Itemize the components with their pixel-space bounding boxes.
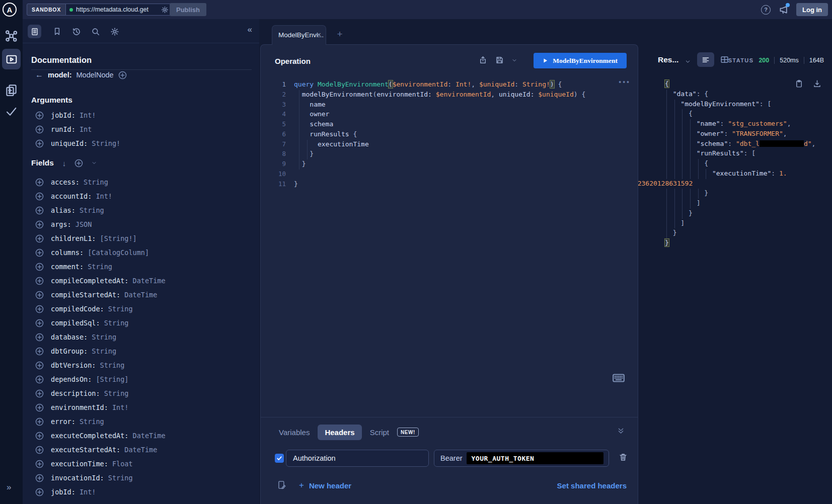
response-title[interactable]: Res... bbox=[658, 55, 678, 64]
field-row[interactable]: dependsOn: [String] bbox=[35, 374, 128, 384]
bookmarks-icon[interactable] bbox=[53, 27, 61, 36]
close-tab-icon[interactable]: × bbox=[317, 30, 321, 39]
add-to-query-icon[interactable] bbox=[35, 347, 44, 356]
add-to-query-icon[interactable] bbox=[35, 319, 44, 327]
field-row[interactable]: executeStartedAt: DateTime bbox=[35, 445, 157, 455]
login-button[interactable]: Log in bbox=[796, 3, 828, 16]
add-to-query-icon[interactable] bbox=[35, 206, 44, 215]
save-icon[interactable] bbox=[495, 56, 504, 64]
collapse-panel-icon[interactable] bbox=[617, 427, 625, 435]
new-header-button[interactable]: + New header bbox=[299, 480, 351, 490]
field-row[interactable]: compileCompletedAt: DateTime bbox=[35, 276, 166, 286]
add-to-query-icon[interactable] bbox=[35, 403, 44, 412]
crumb-type-link[interactable]: ModelNode bbox=[77, 71, 114, 79]
tab-script[interactable]: Script bbox=[370, 428, 389, 437]
argument-row[interactable]: uniqueId: String! bbox=[35, 138, 120, 148]
header-enabled-checkbox[interactable] bbox=[275, 454, 284, 463]
response-dropdown-chevron-icon[interactable] bbox=[685, 59, 691, 64]
add-to-query-icon[interactable] bbox=[35, 333, 44, 342]
checks-icon[interactable] bbox=[5, 105, 18, 118]
documentation-tab-selected[interactable] bbox=[28, 25, 41, 38]
header-value-input[interactable]: Bearer YOUR_AUTH_TOKEN bbox=[434, 450, 609, 467]
save-dropdown-chevron-icon[interactable] bbox=[512, 58, 517, 63]
add-to-query-icon[interactable] bbox=[35, 417, 44, 426]
add-to-query-icon[interactable] bbox=[35, 291, 44, 299]
delete-header-icon[interactable] bbox=[619, 453, 628, 462]
add-to-query-icon[interactable] bbox=[35, 361, 44, 370]
add-all-fields-icon[interactable] bbox=[74, 159, 83, 167]
keyboard-shortcuts-icon[interactable] bbox=[613, 374, 625, 382]
add-to-query-icon[interactable] bbox=[35, 263, 44, 271]
field-row[interactable]: executeCompletedAt: DateTime bbox=[35, 431, 166, 441]
operation-editor[interactable]: 1query ModelByEnvironment($environmentId… bbox=[261, 76, 638, 414]
add-to-query-icon[interactable] bbox=[35, 305, 44, 313]
add-to-query-icon[interactable] bbox=[35, 488, 44, 496]
field-row[interactable]: environmentId: Int! bbox=[35, 402, 128, 412]
field-row[interactable]: error: String bbox=[35, 416, 104, 427]
schema-graph-icon[interactable] bbox=[5, 30, 18, 42]
announcements-icon[interactable] bbox=[778, 5, 789, 15]
field-row[interactable]: compiledSql: String bbox=[35, 318, 128, 328]
collapse-docs-icon[interactable]: « bbox=[248, 25, 252, 35]
argument-row[interactable]: jobId: Int! bbox=[35, 110, 96, 120]
add-to-query-icon[interactable] bbox=[35, 234, 44, 243]
add-to-query-icon[interactable] bbox=[35, 460, 44, 468]
field-row[interactable]: database: String bbox=[35, 332, 116, 342]
add-to-query-icon[interactable] bbox=[35, 192, 44, 201]
publish-button[interactable]: Publish bbox=[170, 3, 206, 16]
add-to-query-icon[interactable] bbox=[35, 248, 44, 257]
endpoint-input[interactable]: https://metadata.cloud.get bbox=[66, 4, 173, 16]
tab-variables[interactable]: Variables bbox=[279, 428, 310, 437]
settings-gear-icon[interactable] bbox=[110, 27, 119, 36]
field-row[interactable]: jobId: Int! bbox=[35, 487, 96, 497]
sort-fields-icon[interactable]: ↓ bbox=[62, 159, 66, 167]
field-row[interactable]: compiledCode: String bbox=[35, 304, 133, 314]
table-view-toggle-icon[interactable] bbox=[720, 55, 729, 64]
argument-row[interactable]: runId: Int bbox=[35, 124, 92, 134]
add-to-query-icon[interactable] bbox=[35, 389, 44, 398]
field-row[interactable]: dbtVersion: String bbox=[35, 360, 124, 370]
explorer-nav-selected[interactable] bbox=[2, 49, 21, 69]
field-row[interactable]: compileStartedAt: DateTime bbox=[35, 290, 157, 300]
search-icon[interactable] bbox=[91, 27, 100, 36]
add-to-query-icon[interactable] bbox=[35, 125, 44, 134]
add-to-query-icon[interactable] bbox=[35, 277, 44, 285]
add-to-query-icon[interactable] bbox=[35, 220, 44, 229]
add-to-query-icon[interactable] bbox=[35, 474, 44, 482]
field-row[interactable]: access: String bbox=[35, 177, 108, 187]
operation-collections-icon[interactable] bbox=[5, 83, 18, 96]
share-icon[interactable] bbox=[479, 56, 487, 64]
help-icon[interactable]: ? bbox=[761, 5, 771, 15]
add-to-query-icon[interactable] bbox=[35, 111, 44, 120]
header-presets-icon[interactable] bbox=[277, 480, 286, 489]
add-to-query-icon[interactable] bbox=[35, 375, 44, 384]
back-arrow-icon[interactable]: ← bbox=[35, 70, 43, 79]
field-row[interactable]: description: String bbox=[35, 388, 128, 398]
field-row[interactable]: executionTime: Float bbox=[35, 459, 133, 469]
chevron-down-icon[interactable] bbox=[92, 160, 97, 165]
add-to-query-icon[interactable] bbox=[35, 432, 44, 440]
raw-view-toggle-selected[interactable] bbox=[697, 52, 714, 67]
header-name-input[interactable]: Authorization bbox=[286, 450, 429, 467]
tab-headers-selected[interactable]: Headers bbox=[318, 425, 361, 440]
add-to-query-icon[interactable] bbox=[35, 178, 44, 187]
history-icon[interactable] bbox=[72, 27, 81, 36]
field-row[interactable]: alias: String bbox=[35, 205, 104, 215]
field-row[interactable]: args: JSON bbox=[35, 219, 92, 229]
field-row[interactable]: childrenL1: [String!] bbox=[35, 233, 137, 243]
add-to-query-icon[interactable] bbox=[35, 139, 44, 148]
field-row[interactable]: invocationId: String bbox=[35, 473, 133, 483]
set-shared-headers-link[interactable]: Set shared headers bbox=[557, 481, 627, 490]
field-row[interactable]: dbtGroup: String bbox=[35, 346, 116, 356]
run-operation-button[interactable]: ModelByEnvironment bbox=[534, 53, 627, 68]
new-tab-icon[interactable]: + bbox=[334, 29, 345, 40]
field-row[interactable]: comment: String bbox=[35, 262, 112, 272]
apollo-logo[interactable]: A bbox=[0, 0, 23, 19]
add-to-query-icon[interactable] bbox=[118, 71, 127, 79]
field-row[interactable]: columns: [CatalogColumn] bbox=[35, 247, 149, 258]
add-to-query-icon[interactable] bbox=[35, 446, 44, 454]
field-row[interactable]: accountId: Int! bbox=[35, 191, 112, 201]
expand-rail-icon[interactable]: » bbox=[7, 482, 11, 492]
operation-tab[interactable]: ModelByEnvi... × bbox=[272, 25, 326, 45]
endpoint-settings-icon[interactable] bbox=[161, 6, 169, 14]
